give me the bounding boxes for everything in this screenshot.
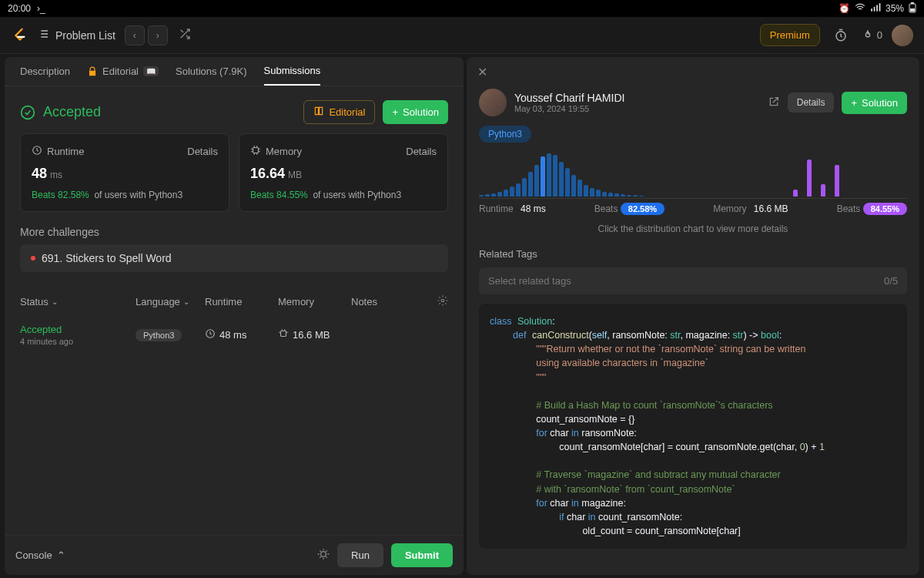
col-language[interactable]: Language ⌄	[136, 296, 205, 307]
tags-input[interactable]: Select related tags 0/5	[479, 267, 907, 294]
svg-rect-16	[253, 148, 259, 153]
tags-placeholder: Select related tags	[488, 275, 571, 287]
chevron-down-icon: ⌄	[52, 297, 58, 306]
device-statusbar: 20:00 ›_ ⏰ 35%	[0, 0, 924, 17]
list-icon	[37, 28, 49, 42]
svg-point-20	[321, 552, 326, 557]
memory-details-link[interactable]: Details	[406, 146, 437, 157]
wifi-icon	[855, 2, 865, 15]
svg-rect-3	[879, 3, 881, 12]
status-time: 20:00	[8, 3, 31, 14]
prev-problem-button[interactable]: ‹	[125, 25, 145, 45]
tab-submissions[interactable]: Submissions	[264, 65, 321, 86]
chart-runtime-label: Runtime	[479, 203, 514, 214]
row-lang-chip: Python3	[136, 329, 182, 341]
svg-rect-2	[876, 5, 878, 11]
submit-button[interactable]: Submit	[391, 543, 453, 567]
svg-rect-0	[871, 8, 872, 12]
col-status[interactable]: Status ⌄	[20, 296, 136, 307]
solution-button[interactable]: + Solution	[383, 100, 448, 124]
tab-description[interactable]: Description	[20, 65, 70, 86]
problem-list-label: Problem List	[55, 29, 116, 42]
leetcode-logo-icon[interactable]	[11, 27, 28, 44]
problem-list-link[interactable]: Problem List ‹ ›	[37, 25, 191, 45]
chart-hint: Click the distribution chart to view mor…	[467, 220, 919, 244]
tab-editorial-label: Editorial	[102, 66, 139, 77]
svg-rect-19	[281, 331, 286, 337]
tab-solutions[interactable]: Solutions (7.9K)	[176, 65, 247, 86]
row-memory: 16.6 MB	[293, 329, 330, 341]
plus-icon: +	[851, 97, 857, 109]
right-panel: ✕ Youssef Charif HAMIDI May 03, 2024 19:…	[467, 57, 919, 575]
battery-text: 35%	[886, 3, 904, 14]
accepted-status: Accepted	[43, 104, 101, 120]
detail-solution-button[interactable]: + Solution	[842, 92, 907, 114]
console-toggle[interactable]: Console ⌃	[15, 549, 65, 561]
code-block[interactable]: class Solution: def canConstruct(self, r…	[479, 304, 907, 549]
terminal-icon: ›_	[37, 3, 45, 14]
book-icon	[313, 106, 324, 119]
gear-icon[interactable]	[430, 295, 448, 308]
runtime-details-link[interactable]: Details	[187, 146, 218, 157]
runtime-value: 48	[32, 166, 47, 182]
runtime-card[interactable]: Runtime Details 48 ms Beats 82.58% of us…	[20, 133, 229, 212]
difficulty-hard-dot-icon	[31, 256, 35, 260]
chart-runtime-value: 48 ms	[521, 203, 546, 214]
language-chip[interactable]: Python3	[479, 126, 531, 143]
chart-memory-value: 16.6 MB	[754, 203, 788, 214]
clock-icon	[32, 145, 42, 158]
runtime-beats-pill: 82.58%	[621, 203, 665, 215]
distribution-chart[interactable]: Runtime 48 ms Beats 82.58% Memory 16.6 M…	[467, 150, 919, 220]
bug-icon[interactable]	[317, 548, 330, 563]
details-button[interactable]: Details	[788, 92, 835, 113]
editorial-badge-icon: 📖	[143, 66, 159, 76]
row-runtime: 48 ms	[219, 329, 246, 341]
editorial-button[interactable]: Editorial	[303, 100, 375, 124]
runtime-beats: Beats 82.58% of users with Python3	[32, 190, 218, 200]
console-footer: Console ⌃ Run Submit	[5, 535, 464, 575]
streak-indicator[interactable]: 0	[862, 29, 882, 42]
battery-icon	[909, 2, 916, 15]
app-topbar: Problem List ‹ › Premium 0	[0, 17, 924, 54]
premium-button[interactable]: Premium	[760, 24, 820, 46]
runtime-unit: ms	[50, 170, 62, 180]
next-problem-button[interactable]: ›	[148, 25, 168, 45]
user-avatar[interactable]	[892, 25, 913, 46]
memory-value: 16.64	[250, 166, 285, 182]
memory-card[interactable]: Memory Details 16.64 MB Beats 84.55% of …	[239, 133, 448, 212]
lock-icon	[87, 66, 98, 77]
submissions-table: Status ⌄ Language ⌄ Runtime Memory Notes…	[5, 283, 464, 354]
close-icon[interactable]: ✕	[477, 66, 487, 79]
chevron-down-icon: ⌄	[183, 297, 189, 306]
tags-count: 0/5	[884, 275, 898, 287]
row-status: Accepted	[20, 324, 136, 335]
author-date: May 03, 2024 19:55	[514, 104, 624, 113]
alarm-icon: ⏰	[839, 3, 850, 14]
related-tags-heading: Related Tags	[467, 244, 919, 263]
plus-icon: +	[392, 106, 398, 118]
chart-memory-label: Memory	[713, 203, 746, 214]
chevron-up-icon: ⌃	[57, 549, 65, 561]
runtime-label: Runtime	[47, 146, 84, 157]
challenge-chip[interactable]: 691. Stickers to Spell Word	[20, 244, 448, 272]
chart-beats2-label: Beats	[837, 203, 861, 214]
svg-rect-1	[874, 6, 875, 11]
tab-editorial[interactable]: Editorial 📖	[87, 65, 159, 86]
shuffle-icon[interactable]	[179, 28, 191, 42]
col-notes[interactable]: Notes	[351, 296, 430, 307]
author-avatar[interactable]	[479, 89, 507, 116]
run-button[interactable]: Run	[337, 543, 383, 567]
challenge-title: 691. Stickers to Spell Word	[42, 252, 172, 264]
timer-icon[interactable]	[829, 24, 852, 47]
author-name: Youssef Charif HAMIDI	[514, 92, 624, 104]
svg-point-17	[441, 299, 444, 302]
external-link-icon[interactable]	[768, 96, 780, 110]
more-challenges-heading: More challenges	[5, 212, 464, 244]
chip-icon	[278, 328, 289, 341]
left-panel: Description Editorial 📖 Solutions (7.9K)…	[5, 57, 464, 575]
streak-count: 0	[877, 29, 882, 41]
col-memory[interactable]: Memory	[278, 296, 351, 307]
table-row[interactable]: Accepted 4 minutes ago Python3 48 ms 16.…	[20, 316, 448, 354]
svg-point-14	[22, 106, 35, 119]
col-runtime[interactable]: Runtime	[205, 296, 278, 307]
